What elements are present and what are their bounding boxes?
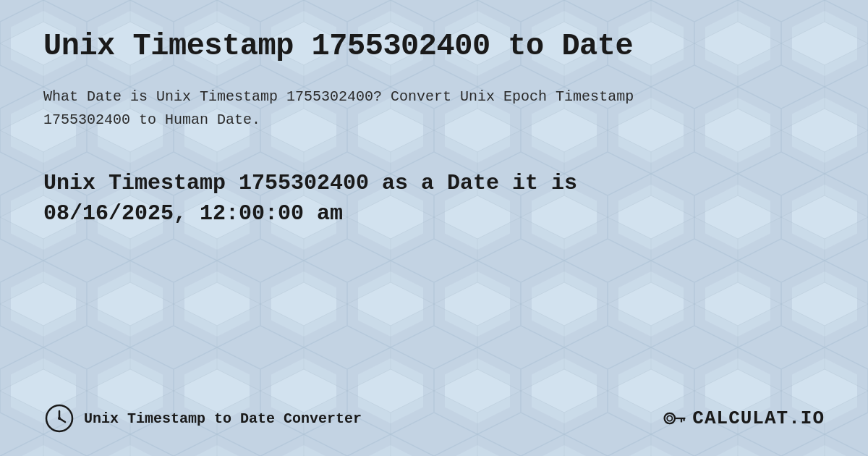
page-title: Unix Timestamp 1755302400 to Date xyxy=(43,29,825,64)
footer: Unix Timestamp to Date Converter CALCULA… xyxy=(43,402,825,434)
svg-point-9 xyxy=(58,417,61,420)
logo-icon xyxy=(662,405,688,431)
footer-left: Unix Timestamp to Date Converter xyxy=(43,402,362,434)
clock-icon xyxy=(43,402,75,434)
footer-link-text[interactable]: Unix Timestamp to Date Converter xyxy=(84,410,362,427)
result-section: Unix Timestamp 1755302400 as a Date it i… xyxy=(43,168,825,229)
logo-text: CALCULAT.IO xyxy=(692,408,825,429)
result-text: Unix Timestamp 1755302400 as a Date it i… xyxy=(43,168,731,229)
svg-point-11 xyxy=(668,415,673,421)
main-content: Unix Timestamp 1755302400 to Date What D… xyxy=(0,0,868,294)
svg-point-10 xyxy=(665,413,675,423)
calculat-logo[interactable]: CALCULAT.IO xyxy=(662,405,825,431)
description-text: What Date is Unix Timestamp 1755302400? … xyxy=(43,85,694,132)
